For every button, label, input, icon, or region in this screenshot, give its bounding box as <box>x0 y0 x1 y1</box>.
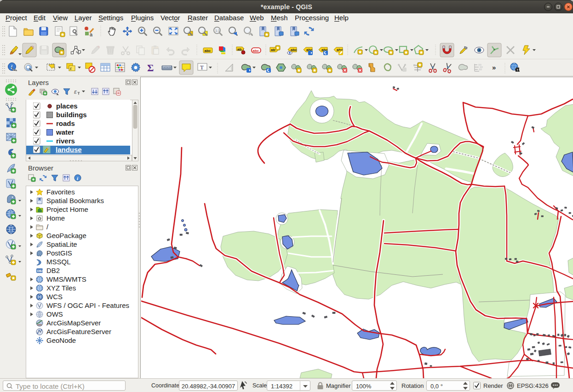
svg-text:abc: abc <box>205 49 211 53</box>
svg-text:abc: abc <box>291 48 297 52</box>
svg-text:T: T <box>200 64 204 71</box>
svg-text:a: a <box>90 32 93 37</box>
svg-text:1:1: 1:1 <box>215 29 220 32</box>
svg-text:ab: ab <box>271 48 275 52</box>
svg-text:Σ: Σ <box>147 62 154 74</box>
svg-text:ab: ab <box>237 47 241 51</box>
svg-text:»: » <box>492 63 496 71</box>
svg-text:DB2: DB2 <box>37 269 43 273</box>
svg-text:ε: ε <box>74 88 77 95</box>
svg-text:abc: abc <box>253 49 259 53</box>
